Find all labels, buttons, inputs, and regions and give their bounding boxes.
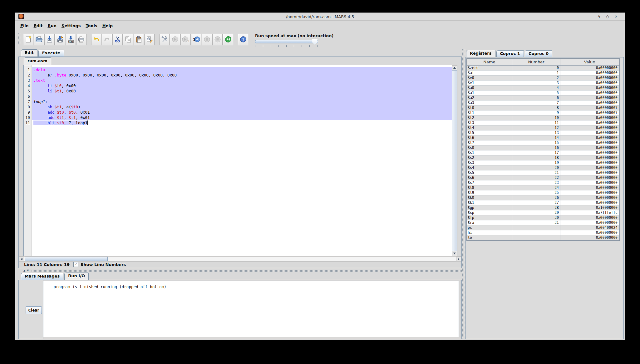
horizontal-scroll-track[interactable]: [24, 257, 456, 261]
code-line[interactable]: .text: [32, 78, 452, 83]
register-row[interactable]: hi0x00000000: [467, 230, 619, 235]
register-row[interactable]: $t6140x00000000: [467, 135, 619, 140]
register-row[interactable]: $k1270x00000000: [467, 200, 619, 205]
register-row[interactable]: $t2100x00000000: [467, 116, 619, 121]
show-line-numbers-checkbox[interactable]: ✓: [73, 262, 78, 267]
help-button[interactable]: ?: [238, 34, 248, 45]
code-line[interactable]: a: .byte 0x00, 0x00, 0x00, 0x00, 0x00, 0…: [32, 72, 452, 78]
register-value[interactable]: 0x00000000: [560, 190, 619, 195]
register-value[interactable]: 0x00400024: [560, 225, 619, 230]
register-row[interactable]: $a370x00000000: [467, 101, 619, 106]
code-line[interactable]: li $t1, 0x00: [32, 88, 452, 94]
register-value[interactable]: 0x00000007: [560, 106, 619, 110]
register-value[interactable]: 0x00000000: [560, 235, 619, 240]
register-row[interactable]: $zero00x00000000: [467, 66, 619, 71]
register-value[interactable]: 0x00000000: [560, 71, 619, 75]
register-value[interactable]: 0x00000000: [560, 91, 619, 95]
register-row[interactable]: $t3110x00000000: [467, 121, 619, 125]
register-row[interactable]: $t9250x00000000: [467, 190, 619, 195]
splitter-collapse-down-icon[interactable]: ▼: [27, 269, 29, 272]
horizontal-splitter[interactable]: ▲ ▼: [18, 269, 462, 273]
register-value[interactable]: 0x00000000: [560, 155, 619, 160]
register-value[interactable]: 0x00000000: [560, 121, 619, 125]
register-row[interactable]: $ra310x00000000: [467, 220, 619, 225]
reset-button[interactable]: [223, 34, 233, 45]
register-value[interactable]: 0x00000000: [560, 96, 619, 100]
save-file-button[interactable]: [44, 34, 55, 45]
register-value[interactable]: 0x00000000: [560, 150, 619, 155]
menu-edit[interactable]: Edit: [31, 22, 45, 29]
backstep-button[interactable]: 1: [191, 34, 201, 45]
toolbar-drag-handle[interactable]: [18, 33, 21, 46]
new-file-button[interactable]: [23, 34, 33, 45]
register-value[interactable]: 0x00000000: [560, 101, 619, 105]
register-row[interactable]: $sp290x7fffeffc: [467, 210, 619, 215]
register-row[interactable]: $a150x00000000: [467, 91, 619, 96]
step-button[interactable]: 1: [180, 34, 191, 45]
register-row[interactable]: $s5210x00000000: [467, 170, 619, 175]
register-row[interactable]: lo0x00000000: [467, 235, 619, 240]
register-value[interactable]: 0x00000000: [560, 220, 619, 225]
vertical-scroll-thumb[interactable]: [452, 70, 457, 251]
register-row[interactable]: $t5130x00000000: [467, 130, 619, 135]
register-row[interactable]: $a040x00000000: [467, 86, 619, 91]
paste-button[interactable]: [134, 34, 144, 45]
register-value[interactable]: 0x00000000: [560, 200, 619, 205]
register-row[interactable]: $v130x00000000: [467, 81, 619, 86]
register-value[interactable]: 0x00000000: [560, 170, 619, 175]
scroll-left-button[interactable]: [19, 257, 24, 261]
maximize-button[interactable]: ◇: [606, 14, 609, 19]
register-row[interactable]: $k0260x00000000: [467, 195, 619, 200]
register-row[interactable]: $t7150x00000000: [467, 140, 619, 145]
code-editor[interactable]: 1234567891011 .data a: .byte 0x00, 0x00,…: [23, 65, 457, 256]
menu-file[interactable]: File: [18, 22, 31, 29]
tab-run-i-o[interactable]: Run I/O: [64, 273, 89, 280]
register-value[interactable]: 0x00000007: [560, 111, 619, 115]
register-row[interactable]: $s0160x00000000: [467, 145, 619, 150]
register-row[interactable]: $v020x00000000: [467, 76, 619, 81]
code-line[interactable]: .data: [32, 67, 452, 72]
register-row[interactable]: $s4200x00000000: [467, 165, 619, 170]
code-line[interactable]: li $t0, 0x00: [32, 83, 452, 88]
register-value[interactable]: 0x00000000: [560, 165, 619, 170]
register-row[interactable]: $fp300x00000000: [467, 215, 619, 220]
run-speed-slider[interactable]: [255, 40, 318, 43]
copy-button[interactable]: [123, 34, 133, 45]
run-button[interactable]: [170, 34, 180, 45]
stop-button[interactable]: [212, 34, 223, 45]
register-row[interactable]: $t8240x00000000: [467, 185, 619, 190]
menu-help[interactable]: Help: [100, 22, 115, 29]
tab-coproc-0[interactable]: Coproc 0: [525, 50, 552, 57]
cut-button[interactable]: [112, 34, 123, 45]
register-value[interactable]: 0x00000000: [560, 86, 619, 90]
close-button[interactable]: ×: [614, 14, 618, 19]
scroll-down-button[interactable]: [452, 251, 457, 256]
splitter-collapse-up-icon[interactable]: ▲: [23, 269, 25, 272]
register-row[interactable]: $t080x00000007: [467, 106, 619, 111]
horizontal-scroll-thumb[interactable]: [25, 257, 108, 261]
open-file-button[interactable]: [34, 34, 44, 45]
register-value[interactable]: 0x10008000: [560, 205, 619, 210]
code-line[interactable]: blt $t0, 7, loop1: [32, 120, 452, 125]
register-row[interactable]: $s7230x00000000: [467, 180, 619, 185]
minimize-button[interactable]: ∨: [598, 14, 601, 19]
register-row[interactable]: $a260x00000000: [467, 96, 619, 101]
register-row[interactable]: $at10x00000000: [467, 71, 619, 76]
code-line[interactable]: loop1:: [32, 99, 452, 104]
undo-button[interactable]: [91, 34, 101, 45]
code-line[interactable]: add $t0, $t0, 0x01: [32, 110, 452, 115]
assemble-button[interactable]: [159, 34, 170, 45]
register-value[interactable]: 0x00000000: [560, 125, 619, 130]
menu-tools[interactable]: Tools: [83, 22, 100, 29]
run-io-output[interactable]: -- program is finished running (dropped …: [43, 281, 459, 337]
editor-vertical-scrollbar[interactable]: [452, 65, 457, 256]
register-value[interactable]: 0x00000000: [560, 135, 619, 140]
register-row[interactable]: $gp280x10008000: [467, 205, 619, 210]
code-area[interactable]: .data a: .byte 0x00, 0x00, 0x00, 0x00, 0…: [32, 65, 452, 256]
tab-mars-messages[interactable]: Mars Messages: [21, 273, 63, 280]
pause-button[interactable]: [202, 34, 212, 45]
register-value[interactable]: 0x00000000: [560, 180, 619, 185]
register-value[interactable]: 0x00000000: [560, 215, 619, 220]
dump-memory-button[interactable]: 0101: [66, 34, 76, 45]
register-value[interactable]: 0x00000000: [560, 230, 619, 235]
